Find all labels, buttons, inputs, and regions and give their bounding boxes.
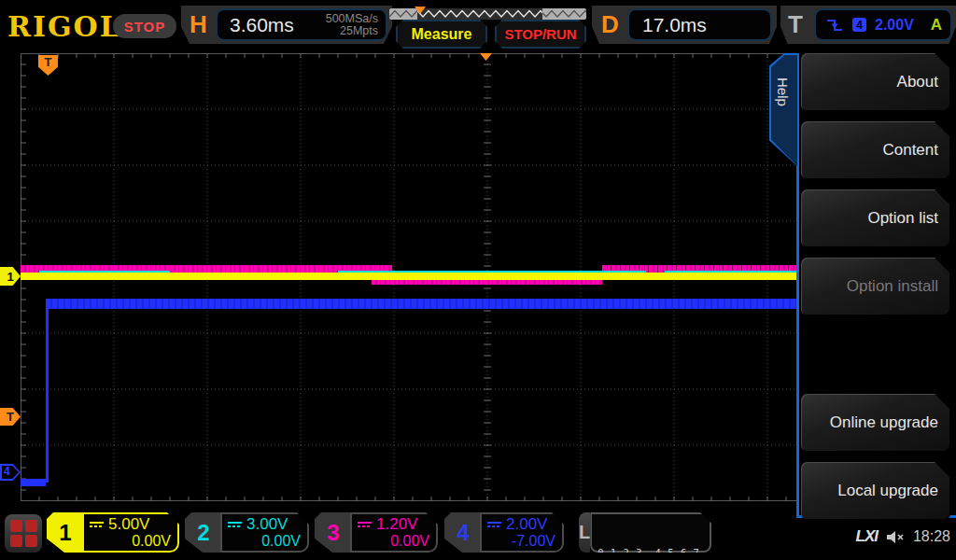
channel-4-block[interactable]: 4 2.00V -7.00V [444,512,564,553]
delay-section: D 17.0ms [592,6,777,44]
dc-coupling-icon [358,522,372,527]
trigger-label: T [788,10,803,39]
channel-2-number[interactable]: 2 [185,512,222,553]
channel-1-number[interactable]: 1 [47,512,84,553]
channel-4-number[interactable]: 4 [444,512,482,553]
muted-speaker-icon[interactable] [886,530,905,544]
logic-channels-row1: 0 1 2 3 4 5 6 7 [598,546,706,560]
waveform-display: T [21,53,796,501]
channel-4-panel: 2.00V -7.00V [480,512,564,553]
menu-item-option-list[interactable]: Option list [801,189,950,247]
channel-4-offset: -7.00V [487,533,555,549]
stop-run-button[interactable]: STOP/RUN [495,20,586,49]
logic-analyzer-block[interactable]: L 0 1 2 3 4 5 6 7 8 9 1011 12131415 [579,512,698,553]
menu-item-online-upgrade[interactable]: Online upgrade [801,394,950,452]
channel-4-scale: 2.00V [506,516,547,533]
lxi-logo: LXI [856,527,878,546]
run-state-badge: STOP [113,14,176,38]
logic-analyzer-label[interactable]: L [579,512,590,553]
menu-item-option-install: Option install [801,258,950,315]
dc-coupling-icon [487,522,501,527]
channel-2-trace [665,271,796,273]
channel-2-panel: 3.00V 0.00V [220,512,309,553]
channel-1-panel: 5.00V 0.00V [82,512,179,553]
channel-3-offset: 0.00V [358,533,429,549]
trigger-section: T 4 2.00V A [780,6,956,44]
clock: 18:28 [913,528,950,545]
status-group: LXI 18:28 [856,527,951,546]
measure-button[interactable]: Measure [396,20,487,49]
horizontal-label: H [190,10,207,39]
channel-2-trace [338,271,646,273]
memory-position-bar[interactable] [389,7,586,18]
channel-1-offset: 0.00V [90,533,171,549]
menu-item-about[interactable]: About [801,53,950,111]
timebase-panel[interactable]: 3.60ms 500MSa/s 25Mpts [216,8,387,41]
channel-3-panel: 1.20V 0.00V [350,512,438,553]
dc-coupling-icon [228,522,242,527]
delay-panel[interactable]: 17.0ms [627,8,772,41]
memory-depth: 25Mpts [326,25,378,37]
delay-value: 17.0ms [642,14,707,36]
trigger-source-badge: 4 [852,18,866,32]
timebase-value: 3.60ms [230,14,294,36]
channel-3-scale: 1.20V [376,516,417,533]
menu-item-content[interactable]: Content [801,121,950,179]
memory-trigger-marker [415,7,426,14]
channel-2-scale: 3.00V [246,516,288,533]
acquisition-info: 500MSa/s 25Mpts [326,13,378,37]
falling-edge-icon [825,18,844,33]
channel-1-level-marker[interactable]: 1 [0,267,21,286]
channel-4-trace-edge [46,303,49,483]
trigger-level-marker[interactable]: T [0,408,21,426]
channel-2-block[interactable]: 2 3.00V 0.00V [185,512,309,553]
trigger-sweep-mode: A [931,16,942,35]
logic-analyzer-channels: 0 1 2 3 4 5 6 7 8 9 1011 12131415 [590,512,711,553]
trigger-panel[interactable]: 4 2.00V A [814,8,952,41]
trigger-level-value: 2.00V [875,17,914,34]
sample-rate: 500MSa/s [326,13,378,25]
horizontal-section: H 3.60ms 500MSa/s 25Mpts [181,6,392,44]
channel-1-trace [21,273,796,280]
channel-4-level-marker-label: 4 [4,465,10,478]
channel-4-trace [21,479,46,486]
dc-coupling-icon [90,522,104,527]
channel-1-scale: 5.00V [108,516,149,533]
oscilloscope-screen: RIGOL STOP H 3.60ms 500MSa/s 25Mpts Meas… [0,0,956,560]
channel-2-offset: 0.00V [228,533,301,549]
channel-4-level-marker[interactable]: 4 [0,464,21,481]
menu-item-local-upgrade[interactable]: Local upgrade [801,462,950,520]
channel-1-block[interactable]: 1 5.00V 0.00V [47,512,179,553]
apps-grid-button[interactable] [5,514,42,553]
delay-label: D [601,10,619,39]
top-bar: RIGOL STOP H 3.60ms 500MSa/s 25Mpts Meas… [0,0,956,47]
channel-3-block[interactable]: 3 1.20V 0.00V [315,512,438,553]
help-tab-label: Help [775,77,791,106]
channel-3-number[interactable]: 3 [315,512,352,553]
channel-2-trace [39,271,170,273]
channel-4-trace [46,299,796,309]
rigol-logo: RIGOL [7,10,121,43]
